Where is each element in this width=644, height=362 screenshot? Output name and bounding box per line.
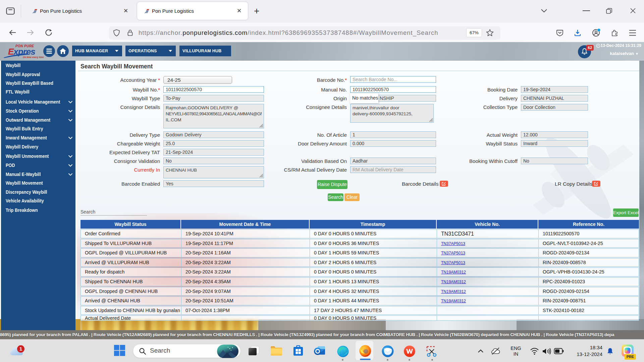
svg-text:1: 1 — [19, 346, 22, 352]
